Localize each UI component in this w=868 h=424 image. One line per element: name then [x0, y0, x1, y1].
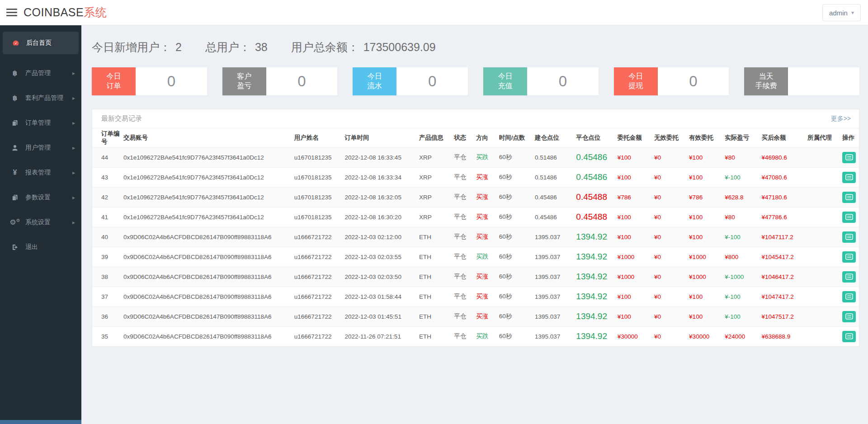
cell-balance: ¥1047417.2 — [762, 287, 808, 306]
cell-time: 2022-12-03 02:03:50 — [345, 267, 420, 287]
order-detail-button[interactable] — [842, 311, 856, 322]
column-header: 交易账号 — [123, 128, 294, 147]
cell-status: 平仓 — [454, 326, 476, 346]
order-detail-button[interactable] — [842, 271, 856, 283]
cell-status: 平仓 — [454, 306, 476, 326]
cell-product: XRP — [419, 167, 454, 187]
order-detail-button[interactable] — [842, 291, 856, 302]
chevron-right-icon: ▸ — [72, 219, 75, 226]
cell-open_point: 1395.037 — [535, 267, 576, 287]
column-header: 买后余额 — [762, 128, 808, 147]
order-detail-button[interactable] — [842, 152, 856, 163]
cell-direction: 买涨 — [476, 167, 499, 187]
cell-account: 0x9D06C02A4b6ACFDBCD826147B090ff89883118… — [123, 287, 294, 306]
cell-id: 38 — [92, 267, 123, 287]
cell-invalid: ¥0 — [654, 167, 689, 187]
cell-id: 37 — [92, 287, 123, 306]
cell-product: XRP — [419, 187, 454, 207]
column-header: 用户姓名 — [294, 128, 345, 147]
sidebar-item-系统设置[interactable]: ⚙⚙ 系统设置 ▸ — [0, 210, 81, 235]
cell-invalid: ¥0 — [654, 306, 689, 326]
cell-profit: ¥-100 — [725, 227, 761, 247]
order-detail-button[interactable] — [842, 331, 856, 342]
sidebar-item-参数设置[interactable]: 参数设置 ▸ — [0, 185, 81, 210]
metric-card: 今日充值 0 — [483, 67, 599, 95]
brand-logo: COINBASE系统 — [24, 5, 107, 20]
cell-agent — [807, 207, 842, 227]
table-row: 400x9D06C02A4b6ACFDBCD826147B090ff898831… — [92, 227, 859, 247]
cell-amount: ¥100 — [618, 167, 654, 187]
cell-profit: ¥24000 — [725, 326, 761, 346]
order-detail-button[interactable] — [842, 212, 856, 223]
cell-close_point: 1394.92 — [576, 306, 617, 326]
column-header: 方向 — [476, 128, 499, 147]
sidebar-item-订单管理[interactable]: 订单管理 ▸ — [0, 110, 81, 135]
cell-time: 2022-12-08 16:33:45 — [345, 147, 420, 167]
cell-invalid: ¥0 — [654, 247, 689, 267]
user-icon — [10, 144, 20, 151]
metric-card-label: 今日提现 — [614, 67, 658, 95]
cell-time: 2022-12-03 02:03:55 — [345, 247, 420, 267]
cell-profit: ¥-1000 — [725, 267, 761, 287]
cell-valid: ¥786 — [689, 187, 725, 207]
column-header: 委托金额 — [618, 128, 654, 147]
cell-id: 35 — [92, 326, 123, 346]
sidebar-item-套利产品管理[interactable]: ฿ 套利产品管理 ▸ — [0, 85, 81, 110]
metric-card: 今日流水 0 — [353, 67, 468, 95]
cell-balance: ¥1046417.2 — [762, 267, 808, 287]
cell-action — [842, 306, 859, 326]
cell-id: 40 — [92, 227, 123, 247]
cell-close_point: 1394.92 — [576, 227, 617, 247]
cell-profit: ¥-100 — [725, 306, 761, 326]
main-content: 今日新增用户： 2 总用户： 38 用户总余额： 173500639.09 今日… — [81, 25, 868, 424]
order-detail-button[interactable] — [842, 231, 856, 243]
cell-account: 0x9D06C02A4b6ACFDBCD826147B090ff89883118… — [123, 326, 294, 346]
cell-valid: ¥100 — [689, 147, 725, 167]
table-row: 420x1e1096272BAe541fc9D776A23f457f3641a0… — [92, 187, 859, 207]
sidebar-item-退出[interactable]: 退出 — [0, 235, 81, 259]
cell-valid: ¥100 — [689, 167, 725, 187]
column-header: 状态 — [454, 128, 476, 147]
cell-username: u1666721722 — [294, 306, 345, 326]
order-detail-button[interactable] — [842, 172, 856, 183]
user-menu-button[interactable]: admin ▾ — [822, 4, 861, 21]
cell-open_point: 1395.037 — [535, 326, 576, 346]
cell-id: 39 — [92, 247, 123, 267]
cell-valid: ¥100 — [689, 287, 725, 306]
sidebar-item-报表管理[interactable]: ¥ 报表管理 ▸ — [0, 160, 81, 185]
cell-product: ETH — [419, 326, 454, 346]
sidebar-item-产品管理[interactable]: ฿ 产品管理 ▸ — [0, 61, 81, 85]
cell-open_point: 0.45486 — [535, 207, 576, 227]
column-header: 订单编号 — [92, 128, 123, 147]
cell-direction: 买涨 — [476, 187, 499, 207]
gears-icon: ⚙⚙ — [10, 218, 20, 226]
copy-icon — [10, 194, 20, 201]
sidebar-item-后台首页[interactable]: 后台首页 — [3, 32, 79, 54]
cell-direction: 买涨 — [476, 287, 499, 306]
column-header: 平仓点位 — [576, 128, 617, 147]
column-header: 订单时间 — [345, 128, 420, 147]
cell-duration: 60秒 — [499, 207, 535, 227]
cell-close_point: 1394.92 — [576, 287, 617, 306]
horizontal-scrollbar-thumb[interactable] — [0, 420, 81, 424]
metric-card-value: 0 — [396, 67, 468, 95]
order-detail-button[interactable] — [842, 251, 856, 263]
hamburger-menu-icon[interactable] — [6, 7, 17, 18]
chevron-right-icon: ▸ — [72, 170, 75, 176]
cell-username: u1666721722 — [294, 247, 345, 267]
cell-profit: ¥80 — [725, 207, 761, 227]
cell-status: 平仓 — [454, 227, 476, 247]
cell-amount: ¥30000 — [618, 326, 654, 346]
cell-balance: ¥1047517.2 — [762, 306, 808, 326]
sidebar-item-用户管理[interactable]: 用户管理 ▸ — [0, 135, 81, 160]
order-detail-button[interactable] — [842, 192, 856, 203]
metric-card-label: 今日充值 — [483, 67, 527, 95]
cell-invalid: ¥0 — [654, 187, 689, 207]
cell-action — [842, 147, 859, 167]
bitcoin-icon: ฿ — [10, 94, 20, 102]
cell-action — [842, 287, 859, 306]
cell-username: u1666721722 — [294, 227, 345, 247]
more-link[interactable]: 更多>> — [831, 115, 851, 123]
cell-valid: ¥100 — [689, 207, 725, 227]
metric-card-label: 当天手续费 — [744, 67, 788, 95]
